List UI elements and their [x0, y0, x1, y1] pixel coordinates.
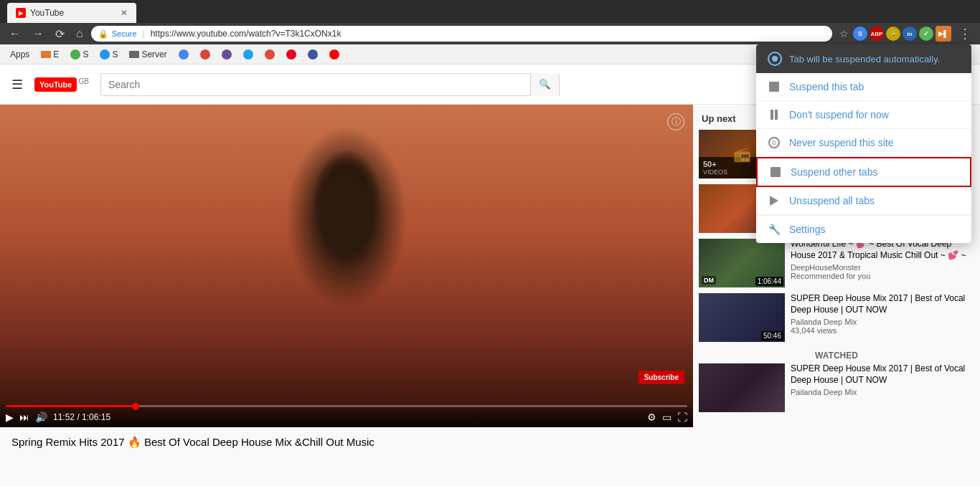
- ext-icon-5[interactable]: ✓: [919, 27, 933, 41]
- suspend-other-tabs-item[interactable]: Suspend other tabs: [756, 157, 971, 187]
- unsuspend-all-item[interactable]: Unsuspend all tabs: [756, 187, 971, 215]
- bm-s1[interactable]: S: [67, 48, 91, 61]
- yt-fullscreen-button[interactable]: ⛶: [677, 411, 687, 423]
- yt-rec-recommended-3: Recommended for you: [791, 272, 974, 280]
- never-suspend-item[interactable]: ⊘ Never suspend this site: [756, 129, 971, 157]
- never-suspend-label: Never suspend this site: [789, 137, 894, 148]
- browser-menu-button[interactable]: ⋮: [956, 26, 974, 42]
- unsuspend-all-label: Unsuspend all tabs: [789, 195, 875, 206]
- yt-time-display: 11:52 / 1:06:15: [53, 412, 110, 422]
- yt-player[interactable]: ⓘ Subscribe ▶ ⏭ 🔊 11:52 /: [0, 105, 693, 427]
- unsuspend-icon: [768, 194, 781, 207]
- yt-rec-duration-3: 1:06:44: [755, 277, 783, 286]
- tab-close-button[interactable]: ✕: [121, 8, 128, 18]
- url-text: https://www.youtube.com/watch?v=T3k1CxON…: [151, 29, 341, 39]
- apps-label: Apps: [10, 49, 29, 59]
- yt-rec-thumb-4: 50:46: [699, 293, 785, 342]
- pause-icon: [771, 110, 778, 120]
- suspend-other-tabs-label: Suspend other tabs: [791, 166, 877, 178]
- yt-rec-duration-4: 50:46: [761, 331, 783, 340]
- bm-s1-icon: [70, 49, 80, 59]
- yt-settings-button[interactable]: ⚙: [647, 411, 656, 423]
- bm-gplus[interactable]: [262, 48, 278, 61]
- yt-logo[interactable]: YouTube GB: [34, 77, 89, 92]
- ext-google-icon[interactable]: S: [853, 27, 867, 41]
- tab-label: YouTube: [30, 8, 116, 18]
- yt-progress-dot: [132, 403, 139, 410]
- back-button[interactable]: ←: [6, 26, 24, 42]
- yt-info-button[interactable]: ⓘ: [667, 113, 684, 130]
- address-separator: |: [143, 29, 145, 39]
- yt-rec-thumb-3: DM 1:06:44: [699, 239, 785, 287]
- active-tab[interactable]: ▶ YouTube ✕: [7, 3, 136, 23]
- yt-progress-bar[interactable]: [6, 405, 687, 407]
- yt-ctrl-right: ⚙ ▭ ⛶: [647, 411, 687, 423]
- suspend-this-tab-item[interactable]: Suspend this tab: [756, 73, 971, 101]
- yt-rec-channel-3: DeepHouseMonster: [791, 263, 974, 272]
- bookmark-star-button[interactable]: ☆: [839, 28, 849, 39]
- forward-button[interactable]: →: [29, 26, 47, 42]
- yt-theatre-button[interactable]: ▭: [662, 411, 672, 423]
- yt-controls-row: ▶ ⏭ 🔊 11:52 / 1:06:15 ⚙ ▭ ⛶: [6, 411, 687, 423]
- yt-search-bar[interactable]: 🔍: [100, 73, 560, 96]
- yt-rec-info-4: SUPER Deep House Mix 2017 | Best of Voca…: [791, 293, 974, 342]
- yt-rec-item-3[interactable]: DM 1:06:44 Wonderful Life ~ 💕 ~ Best Of …: [699, 239, 974, 287]
- bm-e[interactable]: E: [38, 48, 62, 61]
- triangle-icon: [770, 196, 778, 206]
- secure-icon: 🔒: [98, 29, 108, 39]
- square-icon-2: [771, 167, 781, 177]
- bm-p[interactable]: [283, 48, 299, 61]
- yt-skip-button[interactable]: ⏭: [19, 411, 29, 423]
- yt-hamburger-menu[interactable]: ☰: [11, 77, 23, 92]
- yt-rec-item-4[interactable]: 50:46 SUPER Deep House Mix 2017 | Best o…: [699, 293, 974, 342]
- bm-server[interactable]: Server: [126, 48, 169, 61]
- bm-g[interactable]: [176, 48, 192, 61]
- bm-g-icon: [179, 49, 189, 59]
- yt-subscribe-button[interactable]: Subscribe: [639, 371, 684, 384]
- yt-video-info: Spring Remix Hits 2017 🔥 Best Of Vocal D…: [0, 427, 693, 457]
- home-button[interactable]: ⌂: [72, 26, 87, 42]
- dont-suspend-label: Don't suspend for now: [789, 109, 889, 120]
- address-bar[interactable]: 🔒 Secure | https://www.youtube.com/watch…: [91, 26, 832, 42]
- bm-g2[interactable]: [197, 48, 213, 61]
- yt-region: GB: [78, 77, 88, 85]
- tab-favicon: ▶: [16, 8, 26, 18]
- nav-bar: ← → ⟳ ⌂ 🔒 Secure | https://www.youtube.c…: [0, 23, 980, 44]
- yt-rec-item-5[interactable]: SUPER Deep House Mix 2017 | Best of Voca…: [699, 363, 974, 412]
- bm-f[interactable]: [305, 48, 321, 61]
- bm-y[interactable]: [326, 48, 342, 61]
- bm-f-icon: [308, 49, 318, 59]
- ext-icon-4[interactable]: in: [903, 27, 917, 41]
- yt-search-input[interactable]: [101, 79, 530, 90]
- ext-icon-6[interactable]: ▶▌: [936, 26, 951, 42]
- ext-adblock-icon[interactable]: ABP: [870, 27, 884, 41]
- yt-video-area: ⓘ Subscribe ▶ ⏭ 🔊 11:52 /: [0, 105, 693, 486]
- dont-suspend-item[interactable]: Don't suspend for now: [756, 101, 971, 129]
- bm-y-icon: [329, 49, 339, 59]
- yt-rec-info-3: Wonderful Life ~ 💕 ~ Best Of Vocal Deep …: [791, 239, 974, 287]
- yt-player-controls: ▶ ⏭ 🔊 11:52 / 1:06:15 ⚙ ▭ ⛶: [0, 402, 693, 427]
- settings-item[interactable]: 🔧 Settings: [756, 216, 971, 243]
- bm-t[interactable]: [240, 48, 256, 61]
- bm-gplus-icon: [265, 49, 275, 59]
- wrench-icon: 🔧: [768, 224, 781, 235]
- bm-s2-label: S: [112, 49, 118, 59]
- bm-b[interactable]: [219, 48, 235, 61]
- yt-video-title: Spring Remix Hits 2017 🔥 Best Of Vocal D…: [11, 436, 682, 449]
- yt-search-button[interactable]: 🔍: [530, 73, 559, 96]
- bookmarks-apps-item[interactable]: Apps: [7, 48, 32, 61]
- bm-s2[interactable]: S: [97, 48, 121, 61]
- settings-label: Settings: [789, 224, 826, 235]
- yt-play-button[interactable]: ▶: [6, 411, 14, 423]
- yt-volume-button[interactable]: 🔊: [35, 411, 47, 423]
- yt-player-bg: [0, 105, 693, 427]
- refresh-button[interactable]: ⟳: [52, 26, 68, 42]
- dont-suspend-icon: [768, 108, 781, 121]
- dropdown-header: Tab will be suspended automatically.: [756, 44, 971, 73]
- yt-rec-info-5: SUPER Deep House Mix 2017 | Best of Voca…: [791, 363, 974, 412]
- yt-video-frame: [0, 105, 693, 427]
- bm-e-label: E: [53, 49, 59, 59]
- bm-server-label: Server: [141, 49, 166, 59]
- suspend-tab-icon: [768, 80, 781, 93]
- ext-norton-icon[interactable]: 🔒: [886, 27, 900, 41]
